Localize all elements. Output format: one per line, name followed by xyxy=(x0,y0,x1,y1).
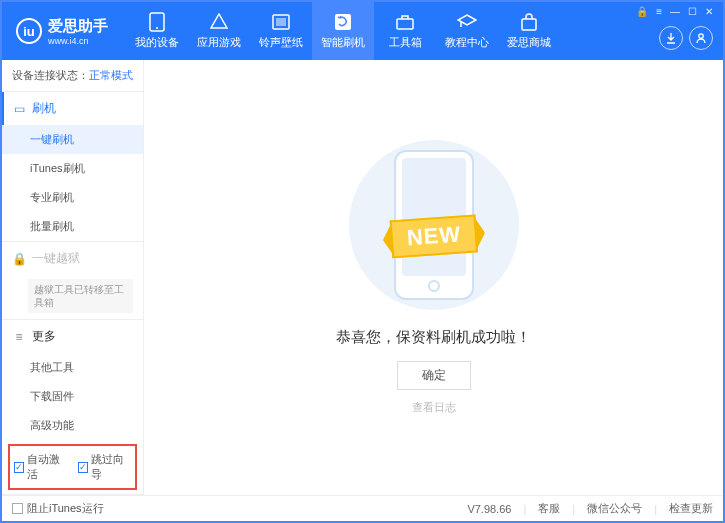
new-ribbon: NEW xyxy=(389,214,478,258)
status-value: 正常模式 xyxy=(89,69,133,81)
checkbox-label: 跳过向导 xyxy=(91,452,131,482)
checkbox-skip-guide[interactable]: ✓ 跳过向导 xyxy=(78,452,132,482)
user-button[interactable] xyxy=(689,26,713,50)
checkbox-icon xyxy=(12,503,23,514)
app-window: iu 爱思助手 www.i4.cn 我的设备 应用游戏 铃声壁纸 智能刷机 xyxy=(0,0,725,523)
checkbox-label: 自动激活 xyxy=(27,452,67,482)
toolbox-icon xyxy=(395,12,415,32)
logo-icon: iu xyxy=(16,18,42,44)
app-title: 爱思助手 xyxy=(48,17,108,36)
nav-toolbox[interactable]: 工具箱 xyxy=(374,2,436,60)
sidebar-item-batch-flash[interactable]: 批量刷机 xyxy=(2,212,143,241)
nav-my-device[interactable]: 我的设备 xyxy=(126,2,188,60)
nav-ringtones[interactable]: 铃声壁纸 xyxy=(250,2,312,60)
flash-icon xyxy=(333,12,353,32)
wechat-link[interactable]: 微信公众号 xyxy=(587,501,642,516)
wallpaper-icon xyxy=(271,12,291,32)
status-label: 设备连接状态： xyxy=(12,69,89,81)
lock-section-icon: 🔒 xyxy=(12,252,26,266)
logo[interactable]: iu 爱思助手 www.i4.cn xyxy=(2,17,118,46)
nav-flash[interactable]: 智能刷机 xyxy=(312,2,374,60)
nav-label: 工具箱 xyxy=(389,35,422,50)
divider: | xyxy=(523,503,526,515)
sidebar-item-other-tools[interactable]: 其他工具 xyxy=(2,353,143,382)
sidebar-section-jailbreak: 🔒 一键越狱 越狱工具已转移至工具箱 xyxy=(2,241,143,319)
divider: | xyxy=(654,503,657,515)
nav-label: 我的设备 xyxy=(135,35,179,50)
main-nav: 我的设备 应用游戏 铃声壁纸 智能刷机 工具箱 教程中心 xyxy=(126,2,560,60)
success-illustration: NEW xyxy=(349,140,519,310)
section-header-more[interactable]: ≡ 更多 xyxy=(2,320,143,353)
jailbreak-note: 越狱工具已转移至工具箱 xyxy=(28,279,133,313)
section-title: 一键越狱 xyxy=(32,250,80,267)
nav-apps[interactable]: 应用游戏 xyxy=(188,2,250,60)
download-button[interactable] xyxy=(659,26,683,50)
minimize-icon[interactable]: — xyxy=(670,6,680,17)
flash-section-icon: ▭ xyxy=(12,102,26,116)
header-right: 🔒 ≡ — ☐ ✕ xyxy=(636,2,713,60)
sidebar-section-flash: ▭ 刷机 一键刷机 iTunes刷机 专业刷机 批量刷机 xyxy=(2,91,143,241)
sidebar-item-itunes-flash[interactable]: iTunes刷机 xyxy=(2,154,143,183)
nav-label: 铃声壁纸 xyxy=(259,35,303,50)
svg-rect-6 xyxy=(522,19,536,30)
sidebar-item-onekey-flash[interactable]: 一键刷机 xyxy=(2,125,143,154)
nav-tutorials[interactable]: 教程中心 xyxy=(436,2,498,60)
header-actions xyxy=(659,26,713,60)
footer-left: 阻止iTunes运行 xyxy=(12,501,104,516)
body: 设备连接状态：正常模式 ▭ 刷机 一键刷机 iTunes刷机 专业刷机 批量刷机… xyxy=(2,60,723,495)
apps-icon xyxy=(209,12,229,32)
sidebar: 设备连接状态：正常模式 ▭ 刷机 一键刷机 iTunes刷机 专业刷机 批量刷机… xyxy=(2,60,144,495)
graduation-icon xyxy=(457,12,477,32)
nav-label: 教程中心 xyxy=(445,35,489,50)
footer: 阻止iTunes运行 V7.98.66 | 客服 | 微信公众号 | 检查更新 xyxy=(2,495,723,521)
checkbox-icon: ✓ xyxy=(14,462,24,473)
checkbox-label: 阻止iTunes运行 xyxy=(27,501,104,516)
nav-label: 爱思商城 xyxy=(507,35,551,50)
update-link[interactable]: 检查更新 xyxy=(669,501,713,516)
svg-point-7 xyxy=(699,34,703,38)
section-title: 刷机 xyxy=(32,100,56,117)
view-log-link[interactable]: 查看日志 xyxy=(412,400,456,415)
sidebar-section-more: ≡ 更多 其他工具 下载固件 高级功能 xyxy=(2,319,143,440)
footer-right: V7.98.66 | 客服 | 微信公众号 | 检查更新 xyxy=(467,501,713,516)
svg-rect-3 xyxy=(276,18,286,26)
section-header-jailbreak[interactable]: 🔒 一键越狱 xyxy=(2,242,143,275)
sidebar-item-pro-flash[interactable]: 专业刷机 xyxy=(2,183,143,212)
checkbox-icon: ✓ xyxy=(78,462,88,473)
maximize-icon[interactable]: ☐ xyxy=(688,6,697,17)
nav-label: 智能刷机 xyxy=(321,35,365,50)
version-label: V7.98.66 xyxy=(467,503,511,515)
section-title: 更多 xyxy=(32,328,56,345)
sidebar-item-advanced[interactable]: 高级功能 xyxy=(2,411,143,440)
svg-point-1 xyxy=(156,27,158,29)
close-icon[interactable]: ✕ xyxy=(705,6,713,17)
sidebar-item-download-fw[interactable]: 下载固件 xyxy=(2,382,143,411)
store-icon xyxy=(519,12,539,32)
nav-label: 应用游戏 xyxy=(197,35,241,50)
success-message: 恭喜您，保资料刷机成功啦！ xyxy=(336,328,531,347)
options-highlight: ✓ 自动激活 ✓ 跳过向导 xyxy=(8,444,137,490)
more-section-icon: ≡ xyxy=(12,330,26,344)
ok-button[interactable]: 确定 xyxy=(397,361,471,390)
window-controls: 🔒 ≡ — ☐ ✕ xyxy=(636,2,713,17)
service-link[interactable]: 客服 xyxy=(538,501,560,516)
svg-rect-4 xyxy=(335,14,351,30)
section-header-flash[interactable]: ▭ 刷机 xyxy=(2,92,143,125)
checkbox-block-itunes[interactable]: 阻止iTunes运行 xyxy=(12,501,104,516)
divider: | xyxy=(572,503,575,515)
app-subtitle: www.i4.cn xyxy=(48,36,108,46)
menu-icon[interactable]: ≡ xyxy=(656,6,662,17)
main-content: NEW 恭喜您，保资料刷机成功啦！ 确定 查看日志 xyxy=(144,60,723,495)
connection-status: 设备连接状态：正常模式 xyxy=(2,60,143,91)
checkbox-auto-activate[interactable]: ✓ 自动激活 xyxy=(14,452,68,482)
lock-icon[interactable]: 🔒 xyxy=(636,6,648,17)
nav-store[interactable]: 爱思商城 xyxy=(498,2,560,60)
svg-rect-5 xyxy=(397,19,413,29)
header: iu 爱思助手 www.i4.cn 我的设备 应用游戏 铃声壁纸 智能刷机 xyxy=(2,2,723,60)
phone-icon xyxy=(147,12,167,32)
